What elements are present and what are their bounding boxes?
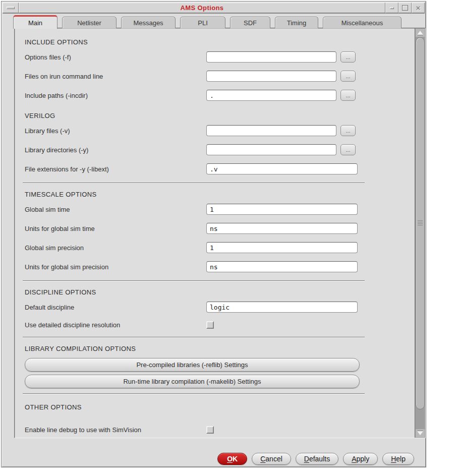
form-row: Global sim precision [15, 238, 415, 257]
arrow-up-icon [417, 31, 423, 35]
form-row: Library files (-v) ... [15, 121, 415, 140]
form-row: File extensions for -y (-libext) [15, 159, 415, 178]
reflib-settings-button[interactable]: Pre-compiled libraries (-reflib) Setting… [25, 358, 360, 372]
makelib-settings-button[interactable]: Run-time library compilation (-makelib) … [25, 375, 360, 388]
apply-button[interactable]: Apply [343, 453, 378, 465]
library-dirs-input[interactable] [206, 144, 336, 155]
form-row: Units for global sim time [15, 219, 415, 238]
form-row: Library directories (-y) ... [15, 140, 415, 159]
maximize-icon [402, 5, 408, 11]
section-header-other-options: OTHER OPTIONS [15, 402, 415, 412]
include-paths-label: Include paths (-incdir) [25, 92, 206, 99]
global-sim-time-input[interactable] [206, 204, 358, 215]
tab-miscellaneous[interactable]: Miscellaneous [323, 17, 401, 28]
options-files-browse-button[interactable]: ... [340, 51, 356, 63]
library-files-browse-button[interactable]: ... [340, 125, 356, 136]
minimize-button[interactable] [385, 3, 398, 13]
dialog-button-row: OK Cancel Defaults Apply Help [217, 453, 414, 465]
tab-messages[interactable]: Messages [121, 17, 176, 28]
section-header-library-compilation-options: LIBRARY COMPILATION OPTIONS [15, 344, 415, 354]
vertical-scrollbar[interactable] [415, 28, 425, 438]
library-files-label: Library files (-v) [25, 127, 206, 135]
line-debug-checkbox[interactable] [206, 426, 214, 434]
separator [23, 393, 365, 394]
options-files-input[interactable] [206, 51, 336, 63]
global-sim-time-units-input[interactable] [206, 223, 358, 234]
form-row: Default discipline [15, 298, 415, 317]
section-header-include-options: INCLUDE OPTIONS [15, 37, 415, 47]
detailed-discipline-checkbox[interactable] [206, 321, 214, 329]
form-row: Global sim time [15, 200, 415, 219]
form-row: Units for global sim precision [15, 257, 415, 276]
tab-sdf[interactable]: SDF [230, 17, 270, 28]
close-button[interactable]: × [412, 3, 425, 13]
minimize-icon [390, 7, 394, 9]
global-sim-time-units-label: Units for global sim time [25, 225, 206, 232]
cancel-button[interactable]: Cancel [252, 453, 291, 465]
form-row: Include paths (-incdir) ... [15, 86, 415, 105]
default-discipline-input[interactable] [206, 302, 358, 313]
detailed-discipline-label: Use detailed discipline resolution [25, 321, 206, 329]
form-row: Options files (-f) ... [15, 47, 415, 67]
arrow-down-icon [417, 431, 423, 435]
line-debug-label: Enable line debug to use with SimVision [25, 426, 206, 434]
include-paths-browse-button[interactable]: ... [340, 90, 356, 101]
window-menu-button[interactable] [3, 3, 19, 13]
library-files-input[interactable] [206, 125, 336, 136]
libext-label: File extensions for -y (-libext) [25, 165, 206, 173]
default-discipline-label: Default discipline [25, 304, 206, 311]
window-menu-icon [7, 7, 15, 9]
global-sim-precision-input[interactable] [206, 242, 358, 253]
scrollbar-thumb[interactable] [416, 37, 425, 409]
global-sim-precision-units-label: Units for global sim precision [25, 263, 206, 271]
tab-timing[interactable]: Timing [275, 17, 318, 28]
libext-input[interactable] [206, 163, 358, 174]
library-dirs-browse-button[interactable]: ... [340, 144, 356, 155]
tab-pli[interactable]: PLI [180, 17, 225, 28]
separator [23, 337, 365, 338]
close-icon: × [416, 4, 421, 12]
form-row: Use detailed discipline resolution [15, 317, 415, 333]
main-tab-panel: INCLUDE OPTIONS Options files (-f) ... F… [14, 28, 426, 438]
section-header-timescale-options: TIMESCALE OPTIONS [15, 190, 415, 200]
separator [23, 280, 365, 281]
options-form: INCLUDE OPTIONS Options files (-f) ... F… [15, 28, 415, 438]
section-header-discipline-options: DISCIPLINE OPTIONS [15, 287, 415, 298]
irun-files-label: Files on irun command line [25, 73, 206, 80]
scroll-up-button[interactable] [416, 29, 425, 37]
global-sim-precision-units-input[interactable] [206, 261, 358, 272]
global-sim-precision-label: Global sim precision [25, 244, 206, 252]
section-header-verilog: VERILOG [15, 111, 415, 121]
ok-button[interactable]: OK [217, 453, 247, 465]
ams-options-dialog: AMS Options × Main Netlister Messages PL… [1, 1, 426, 467]
help-button[interactable]: Help [382, 453, 414, 465]
library-dirs-label: Library directories (-y) [25, 146, 206, 154]
titlebar: AMS Options × [3, 3, 425, 14]
form-row: Enable line debug to use with SimVision [15, 422, 415, 438]
form-row: Files on irun command line ... [15, 67, 415, 86]
tab-bar: Main Netlister Messages PLI SDF Timing M… [3, 14, 425, 28]
global-sim-time-label: Global sim time [25, 206, 206, 213]
options-files-label: Options files (-f) [25, 53, 206, 61]
maximize-button[interactable] [398, 3, 412, 13]
irun-files-input[interactable] [206, 71, 336, 82]
window-title: AMS Options [19, 3, 385, 13]
tab-netlister[interactable]: Netlister [62, 17, 117, 28]
irun-files-browse-button[interactable]: ... [340, 71, 356, 82]
separator [23, 183, 365, 184]
defaults-button[interactable]: Defaults [296, 453, 338, 465]
scroll-down-button[interactable] [416, 429, 425, 437]
include-paths-input[interactable] [206, 90, 336, 101]
scrollbar-grip-icon [418, 220, 423, 226]
tab-main[interactable]: Main [13, 15, 58, 29]
